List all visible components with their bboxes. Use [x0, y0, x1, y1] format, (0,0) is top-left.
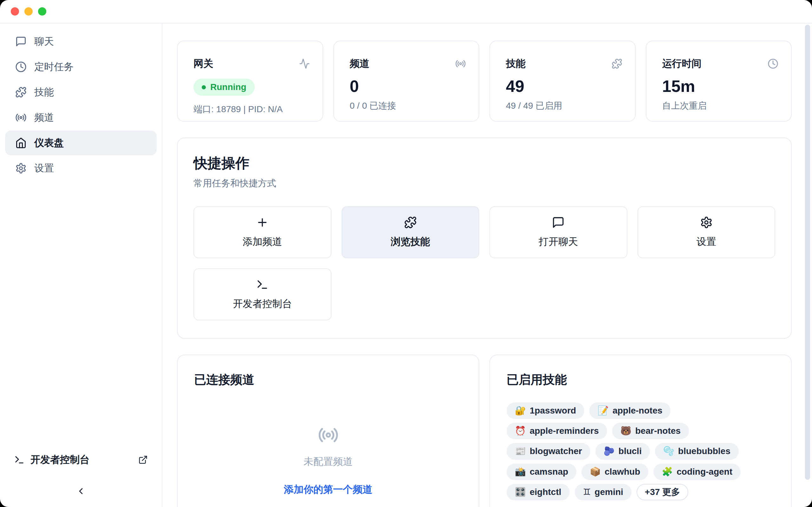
skill-emoji: 🫧	[663, 446, 674, 456]
quick-action-label: 打开聊天	[539, 235, 578, 248]
sidebar-item-label: 定时任务	[34, 60, 73, 73]
skill-name: blogwatcher	[530, 446, 582, 456]
connected-channels-panel: 已连接频道 未配置频道 添加你的第一个频道	[177, 354, 479, 507]
skill-emoji: ♊	[583, 487, 591, 497]
enabled-skills-panel: 已启用技能 🔐 1password 📝 apple-notes ⏰ apple-…	[490, 354, 792, 507]
sidebar-item-dashboard[interactable]: 仪表盘	[5, 130, 157, 155]
gear-icon	[15, 163, 27, 174]
collapse-sidebar-button[interactable]	[76, 486, 86, 496]
skill-pill[interactable]: 📰 blogwatcher	[507, 443, 590, 459]
sidebar-nav: 聊天 定时任务 技能 频道 仪表盘 设置	[5, 29, 157, 181]
stat-detail: 49 / 49 已启用	[506, 100, 622, 112]
skill-pill[interactable]: 📝 apple-notes	[589, 402, 670, 419]
puzzle-icon	[404, 216, 417, 229]
skill-pill[interactable]: 🐻 bear-notes	[612, 423, 689, 439]
chat-icon	[552, 216, 565, 229]
skill-name: bluebubbles	[678, 446, 730, 456]
stat-value: 0	[350, 77, 466, 95]
channels-empty-state: 未配置频道 添加你的第一个频道	[194, 388, 462, 496]
quick-actions-panel: 快捷操作 常用任务和快捷方式 添加频道 浏览技能 打开聊天 设置 开发者控制台	[177, 137, 792, 339]
skill-emoji: ⏰	[515, 426, 526, 436]
status-dot	[202, 85, 206, 89]
skill-name: 1password	[530, 406, 576, 416]
main-content: 网关 Running 端口: 18789 | PID: N/A 频道 0 0 /…	[162, 23, 812, 507]
stat-card: 频道 0 0 / 0 已连接	[334, 41, 479, 122]
quick-action-settings[interactable]: 设置	[638, 206, 775, 258]
sidebar-item-settings[interactable]: 设置	[5, 156, 157, 181]
stat-detail: 端口: 18789 | PID: N/A	[194, 103, 310, 115]
app-window: 聊天 定时任务 技能 频道 仪表盘 设置 开发者控制台	[0, 0, 812, 507]
stat-detail: 自上次重启	[662, 100, 779, 112]
skill-pill[interactable]: 🫧 bluebubbles	[655, 443, 739, 459]
skill-name: camsnap	[530, 467, 568, 477]
status-badge: Running	[194, 78, 255, 96]
external-link-icon[interactable]	[138, 455, 148, 464]
more-skills-button[interactable]: +37 更多	[637, 484, 688, 500]
quick-action-label: 开发者控制台	[233, 297, 292, 311]
quick-action-label: 浏览技能	[391, 235, 430, 248]
bottom-grid: 已连接频道 未配置频道 添加你的第一个频道 已启用技能 🔐 1password …	[177, 354, 792, 507]
stat-detail: 0 / 0 已连接	[350, 100, 466, 112]
sidebar-item-label: 设置	[34, 162, 54, 175]
radio-icon	[318, 425, 339, 446]
puzzle-icon	[15, 87, 27, 98]
skill-name: coding-agent	[676, 467, 732, 477]
puzzle-icon	[612, 58, 622, 69]
sidebar-footer: 开发者控制台	[5, 453, 157, 496]
radio-icon	[15, 112, 27, 123]
empty-state-text: 未配置频道	[194, 455, 462, 468]
skill-pill[interactable]: 🎛️ eightctl	[507, 484, 570, 500]
console-label: 开发者控制台	[31, 453, 90, 466]
skill-pill[interactable]: 🔐 1password	[507, 402, 584, 419]
stat-title: 运行时间	[662, 57, 702, 70]
sidebar-item-channels[interactable]: 频道	[5, 105, 157, 130]
quick-action-open-chat[interactable]: 打开聊天	[490, 206, 627, 258]
skill-emoji: 🫐	[604, 446, 615, 456]
stat-title: 网关	[194, 57, 213, 70]
skill-pill[interactable]: 📦 clawhub	[581, 464, 648, 480]
home-icon	[15, 137, 27, 149]
skill-emoji: 🧩	[662, 467, 673, 477]
status-badge-label: Running	[210, 82, 247, 92]
stat-card: 技能 49 49 / 49 已启用	[490, 41, 636, 122]
stat-value: 15m	[662, 77, 779, 95]
sidebar-item-scheduled-tasks[interactable]: 定时任务	[5, 55, 157, 79]
clock-icon	[15, 61, 27, 72]
skill-name: apple-notes	[612, 406, 662, 416]
stat-card: 网关 Running 端口: 18789 | PID: N/A	[177, 41, 323, 122]
skill-name: bear-notes	[635, 426, 681, 436]
stat-title: 频道	[350, 57, 369, 70]
quick-action-dev-console[interactable]: 开发者控制台	[194, 268, 332, 320]
skill-name: apple-reminders	[530, 426, 599, 436]
sidebar-item-label: 频道	[34, 111, 54, 124]
quick-actions-title: 快捷操作	[194, 154, 775, 173]
minimize-button[interactable]	[24, 7, 33, 15]
sidebar-item-label: 仪表盘	[34, 136, 64, 150]
plus-icon	[256, 216, 269, 229]
radio-icon	[455, 58, 466, 69]
sidebar-item-skills[interactable]: 技能	[5, 80, 157, 105]
skill-pill[interactable]: 🫐 blucli	[595, 443, 650, 459]
skill-emoji: 🔐	[515, 406, 526, 416]
add-first-channel-link[interactable]: 添加你的第一个频道	[284, 483, 372, 496]
skill-pill[interactable]: ⏰ apple-reminders	[507, 423, 607, 439]
sidebar-console-link[interactable]: 开发者控制台	[5, 453, 157, 466]
sidebar-item-chat[interactable]: 聊天	[5, 29, 157, 54]
scrollbar-thumb[interactable]	[805, 25, 810, 480]
skill-name: gemini	[595, 487, 623, 497]
enabled-skills-title: 已启用技能	[507, 372, 774, 388]
stat-value: 49	[506, 77, 622, 95]
skill-pill[interactable]: ♊ gemini	[575, 484, 631, 500]
terminal-icon	[14, 454, 25, 465]
quick-action-label: 设置	[697, 235, 716, 248]
skill-emoji: 📝	[598, 406, 609, 416]
skill-emoji: 📸	[515, 467, 526, 477]
skill-pill[interactable]: 🧩 coding-agent	[653, 464, 741, 480]
quick-actions-subtitle: 常用任务和快捷方式	[194, 177, 775, 190]
skill-pill[interactable]: 📸 camsnap	[507, 464, 576, 480]
quick-action-add-channel[interactable]: 添加频道	[194, 206, 332, 258]
close-button[interactable]	[11, 7, 19, 15]
skills-list: 🔐 1password 📝 apple-notes ⏰ apple-remind…	[507, 402, 774, 500]
quick-action-browse-skills[interactable]: 浏览技能	[342, 206, 479, 258]
zoom-button[interactable]	[38, 7, 46, 15]
